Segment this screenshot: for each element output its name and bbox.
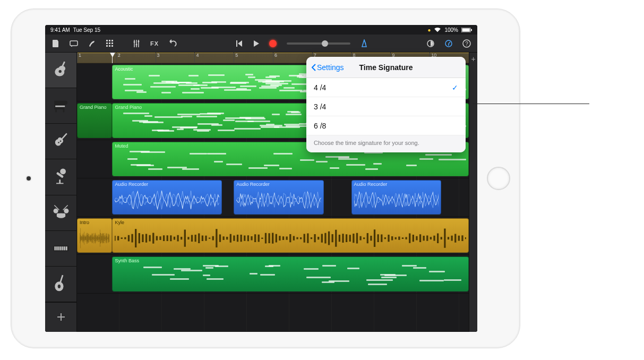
svg-rect-49 (64, 246, 65, 250)
my-songs-button[interactable] (48, 36, 63, 51)
bass-guitar-icon (51, 131, 71, 152)
undo-button[interactable] (165, 36, 180, 51)
svg-point-17 (134, 41, 135, 42)
svg-text:?: ? (465, 41, 468, 47)
track-header-strings[interactable] (45, 267, 76, 302)
add-track-button[interactable] (45, 302, 76, 332)
loop-browser-button[interactable] (423, 36, 438, 51)
svg-rect-44 (54, 246, 56, 250)
svg-rect-36 (56, 183, 64, 184)
track-header-keyboard[interactable] (45, 231, 76, 267)
region-label: Acoustic (115, 66, 466, 72)
svg-rect-35 (59, 180, 61, 184)
track-row[interactable]: Audio RecorderAudio RecorderAudio Record… (77, 178, 469, 217)
track-header-grand-piano[interactable] (45, 88, 76, 124)
region[interactable]: Synth Bass (112, 256, 469, 291)
track-header-drums[interactable] (45, 195, 76, 231)
record-button[interactable] (265, 36, 280, 51)
metronome-button[interactable] (357, 36, 372, 51)
track-headers (45, 53, 77, 332)
svg-rect-48 (62, 246, 63, 250)
region-label: Grand Piano (80, 105, 109, 110)
svg-rect-38 (56, 213, 65, 217)
svg-point-19 (138, 40, 140, 42)
svg-rect-28 (55, 109, 57, 112)
svg-point-40 (64, 208, 68, 213)
svg-point-18 (136, 44, 138, 45)
svg-point-32 (59, 141, 61, 142)
track-header-bass-guitar[interactable] (45, 124, 76, 159)
region[interactable]: Audio Recorder (351, 180, 442, 215)
svg-point-39 (53, 208, 58, 213)
svg-rect-30 (55, 106, 65, 107)
svg-point-33 (60, 169, 66, 175)
region-label: Kyle (115, 220, 466, 225)
bar-marker: 4 (194, 53, 199, 63)
region[interactable]: Intro (77, 218, 112, 253)
svg-rect-13 (111, 45, 113, 47)
fx-button[interactable]: FX (147, 36, 162, 51)
track-row[interactable] (77, 294, 469, 332)
region[interactable]: Audio Recorder (234, 180, 324, 215)
region[interactable]: Kyle (112, 218, 469, 253)
grand-piano-icon (51, 95, 71, 116)
track-header-microphone[interactable] (45, 159, 76, 195)
svg-rect-6 (109, 40, 110, 41)
bar-marker: 3 (156, 53, 160, 63)
region[interactable]: Grand Piano (77, 103, 112, 138)
status-battery: 100% (444, 27, 458, 33)
svg-rect-46 (58, 246, 59, 250)
region-label: Grand Piano (115, 105, 466, 110)
option-label: 4 /4 (314, 83, 326, 92)
time-signature-option[interactable]: 6 /8 (306, 116, 466, 135)
help-button[interactable]: ? (459, 36, 474, 51)
track-row[interactable]: Muted (77, 140, 469, 178)
bar-marker: 1 (77, 53, 81, 63)
status-date: Tue Sep 15 (73, 27, 100, 33)
svg-rect-7 (111, 40, 113, 41)
ipad-home-button[interactable] (487, 167, 510, 190)
bar-marker: 6 (273, 53, 277, 63)
ipad-device-frame: 9:41 AM Tue Sep 15 ● 100% (11, 8, 520, 348)
svg-rect-1 (462, 28, 469, 31)
drums-icon (51, 202, 71, 224)
svg-rect-12 (109, 45, 110, 47)
strings-icon (51, 273, 71, 295)
region-label: Intro (80, 220, 109, 225)
svg-rect-11 (106, 45, 108, 47)
callout-line (473, 104, 589, 104)
svg-rect-2 (471, 29, 472, 31)
svg-rect-50 (66, 246, 67, 250)
svg-rect-5 (106, 40, 108, 41)
bar-marker: 5 (234, 53, 238, 63)
region-label: Muted (115, 143, 466, 149)
play-button[interactable] (248, 36, 263, 51)
rewind-button[interactable] (231, 36, 246, 51)
time-signature-option[interactable]: 4 /4✓ (306, 78, 466, 97)
svg-rect-10 (111, 42, 113, 44)
wifi-icon: ● (427, 27, 431, 33)
add-section-strip[interactable]: + (469, 53, 477, 332)
instrument-button[interactable] (84, 36, 99, 51)
tracks-grid-button[interactable] (102, 36, 117, 51)
track-row[interactable]: Synth Bass (77, 255, 469, 293)
region-label: Synth Bass (115, 258, 466, 263)
svg-rect-29 (63, 109, 64, 112)
svg-rect-9 (109, 42, 110, 44)
wifi-signal-icon (434, 27, 441, 32)
song-settings-button[interactable] (441, 36, 456, 51)
browser-button[interactable] (66, 36, 81, 51)
svg-point-27 (58, 70, 61, 73)
master-volume-slider[interactable] (287, 42, 350, 45)
svg-rect-3 (70, 41, 78, 46)
status-bar: 9:41 AM Tue Sep 15 ● 100% (45, 25, 477, 35)
track-header-acoustic-guitar[interactable] (45, 53, 76, 88)
svg-rect-45 (56, 246, 58, 250)
fx-label: FX (150, 40, 159, 47)
svg-rect-8 (106, 42, 108, 44)
transport-controls (231, 36, 372, 51)
region[interactable]: Audio Recorder (112, 180, 222, 215)
track-row[interactable]: IntroKyle (77, 217, 469, 255)
region[interactable]: Muted (112, 142, 469, 176)
mixer-button[interactable] (129, 36, 144, 51)
